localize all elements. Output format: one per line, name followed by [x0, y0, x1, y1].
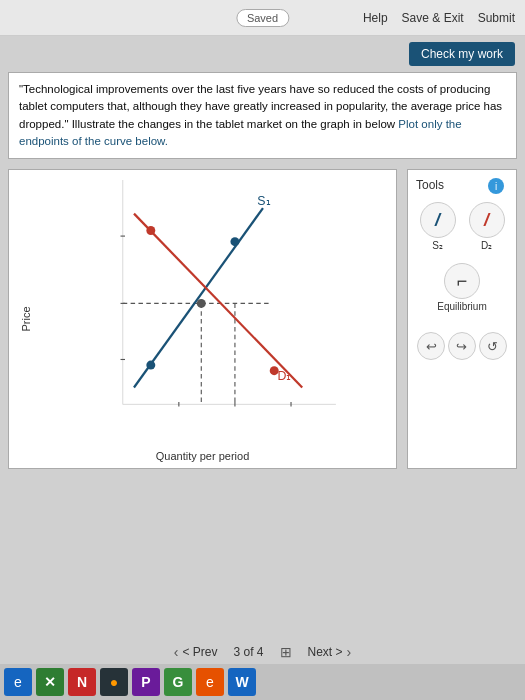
next-arrow-icon: › — [347, 644, 352, 660]
main-content: Price S₁ D₁ — [8, 169, 517, 469]
prev-arrow-icon: ‹ — [174, 644, 179, 660]
svg-point-12 — [270, 366, 279, 375]
grid-icon: ⊞ — [280, 644, 292, 660]
tools-grid: / S₂ / D₂ — [416, 202, 508, 251]
graph-container[interactable]: Price S₁ D₁ — [8, 169, 397, 469]
next-label[interactable]: Next > — [308, 645, 343, 659]
info-circle-icon: i — [488, 178, 504, 194]
save-exit-link[interactable]: Save & Exit — [402, 11, 464, 25]
prev-button[interactable]: ‹ < Prev — [174, 644, 218, 660]
bottom-nav: ‹ < Prev 3 of 4 ⊞ Next > › — [0, 644, 525, 660]
taskbar-icon-x[interactable]: ✕ — [36, 668, 64, 696]
redo-button[interactable]: ↪ — [448, 332, 476, 360]
equilibrium-tool-icon[interactable]: ⌐ — [444, 263, 480, 299]
s2-tool[interactable]: / S₂ — [416, 202, 459, 251]
question-area: "Technological improvements over the las… — [8, 72, 517, 159]
check-my-work-button[interactable]: Check my work — [409, 42, 515, 66]
equilibrium-tool-label: Equilibrium — [437, 301, 486, 312]
d2-tool-label: D₂ — [481, 240, 492, 251]
taskbar-icon-o[interactable]: ● — [100, 668, 128, 696]
next-button[interactable]: Next > › — [308, 644, 352, 660]
top-bar-right: Help Save & Exit Submit — [363, 11, 515, 25]
top-bar: Saved Help Save & Exit Submit — [0, 0, 525, 36]
svg-point-11 — [146, 226, 155, 235]
page-indicator: 3 of 4 — [233, 645, 263, 659]
tools-panel: Tools / S₂ / D₂ ⌐ Equilibrium i ↩ ↪ ↺ — [407, 169, 517, 469]
help-link[interactable]: Help — [363, 11, 388, 25]
taskbar-icon-g[interactable]: G — [164, 668, 192, 696]
taskbar-icon-browser[interactable]: e — [4, 668, 32, 696]
taskbar: e ✕ N ● P G e W — [0, 664, 525, 700]
taskbar-icon-w[interactable]: W — [228, 668, 256, 696]
d2-tool[interactable]: / D₂ — [465, 202, 508, 251]
svg-line-9 — [134, 214, 302, 388]
svg-text:D₁: D₁ — [278, 369, 292, 383]
taskbar-icon-n[interactable]: N — [68, 668, 96, 696]
taskbar-icon-e2[interactable]: e — [196, 668, 224, 696]
d2-tool-icon[interactable]: / — [469, 202, 505, 238]
prev-label[interactable]: < Prev — [182, 645, 217, 659]
saved-badge: Saved — [236, 9, 289, 27]
s2-tool-label: S₂ — [432, 240, 443, 251]
x-axis-label: Quantity per period — [156, 450, 250, 462]
svg-point-8 — [230, 237, 239, 246]
equilibrium-tool[interactable]: ⌐ Equilibrium — [416, 263, 508, 312]
svg-point-7 — [146, 361, 155, 370]
svg-text:S₁: S₁ — [257, 194, 270, 208]
s2-tool-icon[interactable]: / — [420, 202, 456, 238]
graph-svg[interactable]: S₁ D₁ — [39, 180, 386, 438]
tools-bottom: ↩ ↪ ↺ — [416, 332, 508, 360]
y-axis-label: Price — [20, 306, 32, 331]
svg-point-13 — [197, 299, 206, 308]
reset-button[interactable]: ↺ — [479, 332, 507, 360]
undo-button[interactable]: ↩ — [417, 332, 445, 360]
submit-link[interactable]: Submit — [478, 11, 515, 25]
taskbar-icon-p[interactable]: P — [132, 668, 160, 696]
